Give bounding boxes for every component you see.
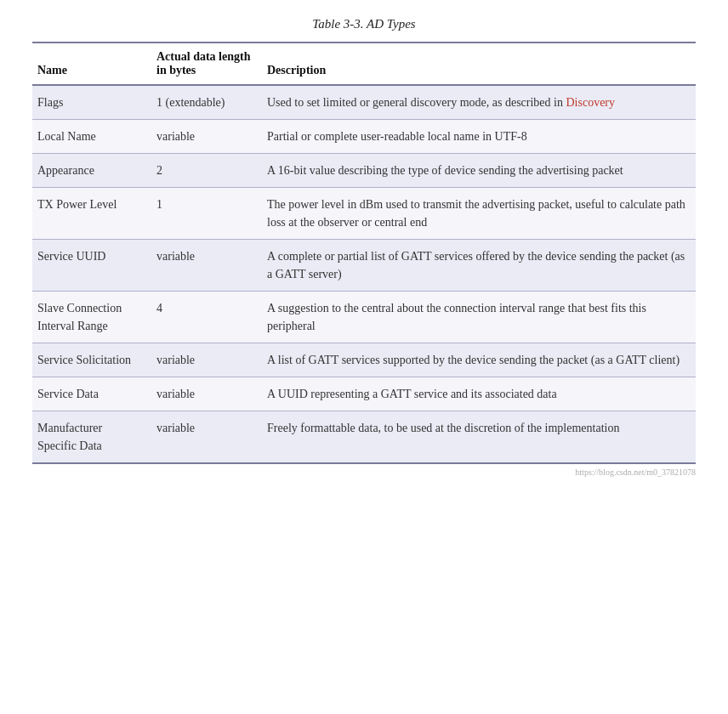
col-header-name: Name (32, 42, 151, 85)
cell-length: variable (151, 377, 262, 411)
cell-name: Service Solicitation (32, 343, 151, 377)
cell-name: Manufacturer Specific Data (32, 411, 151, 464)
col-header-length: Actual data length in bytes (151, 42, 262, 85)
description-text: Used to set limited or general discovery… (267, 96, 566, 109)
col-header-description: Description (262, 42, 696, 85)
ad-types-table: Name Actual data length in bytes Descrip… (32, 42, 696, 464)
table-title: Table 3-3. AD Types (32, 17, 696, 31)
cell-length: variable (151, 240, 262, 292)
cell-description: A 16-bit value describing the type of de… (262, 154, 696, 188)
table-row: Appearance2A 16-bit value describing the… (32, 154, 696, 188)
description-text: A UUID representing a GATT service and i… (267, 388, 557, 400)
cell-length: 1 (151, 188, 262, 240)
cell-description: The power level in dBm used to transmit … (262, 188, 696, 240)
table-row: Flags1 (extendable)Used to set limited o… (32, 85, 696, 120)
cell-length: 4 (151, 292, 262, 343)
cell-description: Freely formattable data, to be used at t… (262, 411, 696, 464)
cell-length: 2 (151, 154, 262, 188)
table-row: Local NamevariablePartial or complete us… (32, 120, 696, 154)
cell-length: variable (151, 343, 262, 377)
cell-name: Service UUID (32, 240, 151, 292)
table-header-row: Name Actual data length in bytes Descrip… (32, 42, 696, 85)
cell-length: variable (151, 120, 262, 154)
table-row: Manufacturer Specific DatavariableFreely… (32, 411, 696, 464)
table-row: Service DatavariableA UUID representing … (32, 377, 696, 411)
cell-name: Slave Connection Interval Range (32, 292, 151, 343)
cell-length: variable (151, 411, 262, 464)
description-text: A complete or partial list of GATT servi… (267, 250, 685, 280)
cell-description: A complete or partial list of GATT servi… (262, 240, 696, 292)
cell-name: TX Power Level (32, 188, 151, 240)
cell-length: 1 (extendable) (151, 85, 262, 120)
watermark: https://blog.csdn.net/m0_37821078 (32, 468, 696, 477)
cell-name: Local Name (32, 120, 151, 154)
description-text: A 16-bit value describing the type of de… (267, 164, 623, 177)
table-row: Service SolicitationvariableA list of GA… (32, 343, 696, 377)
table-row: Service UUIDvariableA complete or partia… (32, 240, 696, 292)
description-text: The power level in dBm used to transmit … (267, 198, 685, 229)
table-row: TX Power Level1The power level in dBm us… (32, 188, 696, 240)
cell-description: A UUID representing a GATT service and i… (262, 377, 696, 411)
table-row: Slave Connection Interval Range4A sugges… (32, 292, 696, 343)
cell-name: Flags (32, 85, 151, 120)
cell-description: Used to set limited or general discovery… (262, 85, 696, 120)
cell-description: A suggestion to the central about the co… (262, 292, 696, 343)
description-text: A list of GATT services supported by the… (267, 354, 680, 366)
description-text: Freely formattable data, to be used at t… (267, 422, 619, 434)
description-text: Partial or complete user-readable local … (267, 130, 527, 143)
page-container: Table 3-3. AD Types Name Actual data len… (32, 17, 696, 477)
cell-name: Service Data (32, 377, 151, 411)
cell-name: Appearance (32, 154, 151, 188)
cell-description: A list of GATT services supported by the… (262, 343, 696, 377)
discovery-link[interactable]: Discovery (566, 96, 615, 109)
description-text: A suggestion to the central about the co… (267, 302, 646, 332)
cell-description: Partial or complete user-readable local … (262, 120, 696, 154)
